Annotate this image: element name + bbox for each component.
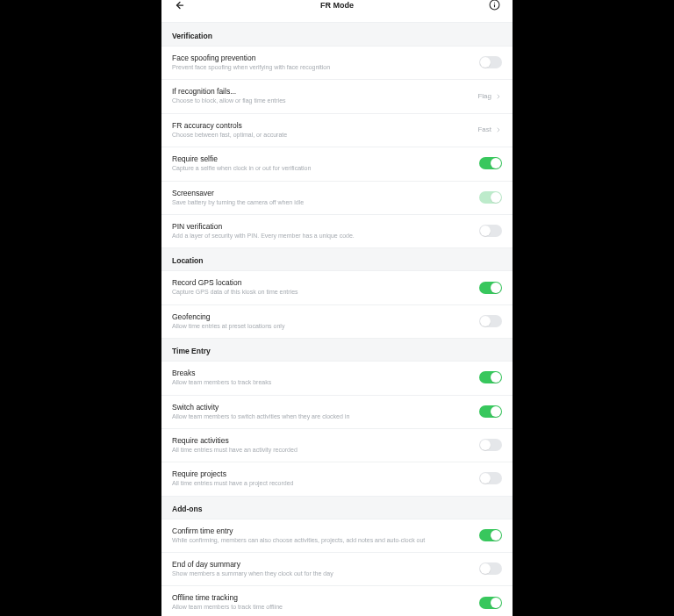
- label: Geofencing: [172, 312, 284, 321]
- toggle-screensaver[interactable]: [479, 191, 502, 204]
- label: FR accuracy controls: [172, 121, 287, 130]
- toggle-face-spoofing[interactable]: [479, 56, 502, 68]
- row-require-selfie[interactable]: Require selfie Capture a selfie when clo…: [161, 147, 513, 181]
- row-pin-verification[interactable]: PIN verification Add a layer of security…: [161, 214, 513, 248]
- section-header-location: Location: [161, 247, 513, 270]
- chevron-right-icon: [495, 126, 502, 133]
- arrow-left-icon: [175, 0, 185, 11]
- row-geofencing[interactable]: Geofencing Allow time entries at preset …: [161, 304, 513, 339]
- info-icon: [489, 0, 500, 11]
- toggle-require-selfie[interactable]: [479, 157, 502, 169]
- toggle-require-projects[interactable]: [479, 472, 502, 484]
- row-require-projects[interactable]: Require projects All time entries must h…: [161, 462, 513, 496]
- info-button[interactable]: [484, 0, 504, 15]
- toggle-end-of-day-summary[interactable]: [479, 562, 502, 575]
- row-if-recognition-fails[interactable]: If recognition fails... Choose to block,…: [161, 79, 513, 113]
- label: Face spoofing prevention: [172, 54, 330, 62]
- row-offline-tracking[interactable]: Offline time tracking Allow team members…: [161, 585, 513, 616]
- desc: Add a layer of security with PIN. Every …: [172, 233, 355, 240]
- desc: Capture GPS data of this kiosk on time e…: [172, 289, 298, 296]
- label: Breaks: [172, 369, 271, 377]
- toggle-offline-tracking[interactable]: [479, 597, 502, 609]
- label: Offline time tracking: [172, 593, 283, 602]
- row-switch-activity[interactable]: Switch activity Allow team members to sw…: [161, 395, 513, 429]
- back-button[interactable]: [170, 0, 190, 15]
- desc: Allow time entries at preset locations o…: [172, 323, 284, 330]
- desc: All time entries must have an activity r…: [172, 447, 298, 454]
- header-bar: FR Mode: [161, 0, 513, 23]
- page-title: FR Mode: [320, 1, 354, 10]
- desc: Show members a summary when they clock o…: [172, 570, 333, 577]
- toggle-pin-verification[interactable]: [479, 225, 502, 237]
- desc: All time entries must have a project rec…: [172, 480, 294, 487]
- desc: While confirming, members can also choos…: [172, 537, 425, 544]
- row-record-gps[interactable]: Record GPS location Capture GPS data of …: [161, 270, 513, 304]
- label: Switch activity: [172, 403, 349, 412]
- desc: Allow team members to switch activities …: [172, 413, 349, 420]
- label: Record GPS location: [172, 278, 298, 287]
- desc: Choose to block, allow or flag time entr…: [172, 97, 286, 104]
- row-end-of-day-summary[interactable]: End of day summary Show members a summar…: [161, 552, 513, 586]
- toggle-geofencing[interactable]: [479, 315, 502, 327]
- toggle-switch-activity[interactable]: [479, 405, 502, 418]
- label: If recognition fails...: [172, 87, 286, 96]
- row-breaks[interactable]: Breaks Allow team members to track break…: [161, 361, 513, 395]
- label: Require projects: [172, 469, 294, 478]
- chevron-right-icon: [495, 93, 502, 100]
- row-confirm-time-entry[interactable]: Confirm time entry While confirming, mem…: [161, 519, 513, 553]
- row-fr-accuracy[interactable]: FR accuracy controls Choose between fast…: [161, 113, 513, 147]
- row-face-spoofing[interactable]: Face spoofing prevention Prevent face sp…: [161, 46, 513, 80]
- label: PIN verification: [172, 222, 355, 231]
- toggle-record-gps[interactable]: [479, 282, 502, 294]
- row-screensaver[interactable]: Screensaver Save battery by turning the …: [161, 181, 513, 215]
- toggle-confirm-time-entry[interactable]: [479, 529, 502, 541]
- value: Fast: [477, 125, 491, 133]
- desc: Prevent face spoofing when verifying wit…: [172, 64, 330, 71]
- label: Require activities: [172, 436, 298, 445]
- toggle-require-activities[interactable]: [479, 439, 502, 451]
- label: Screensaver: [172, 189, 304, 197]
- label: Require selfie: [172, 154, 311, 163]
- section-header-time-entry: Time Entry: [161, 338, 513, 361]
- desc: Save battery by turning the camera off w…: [172, 199, 304, 206]
- value: Flag: [477, 92, 491, 100]
- toggle-breaks[interactable]: [479, 371, 502, 383]
- row-require-activities[interactable]: Require activities All time entries must…: [161, 428, 513, 462]
- label: End of day summary: [172, 560, 333, 569]
- desc: Capture a selfie when clock in or out fo…: [172, 165, 311, 172]
- label: Confirm time entry: [172, 526, 425, 535]
- section-header-verification: Verification: [161, 23, 513, 46]
- desc: Allow team members to track breaks: [172, 379, 271, 386]
- desc: Allow team members to track time offline: [172, 604, 283, 611]
- desc: Choose between fast, optimal, or accurat…: [172, 132, 287, 139]
- section-header-addons: Add-ons: [161, 496, 513, 519]
